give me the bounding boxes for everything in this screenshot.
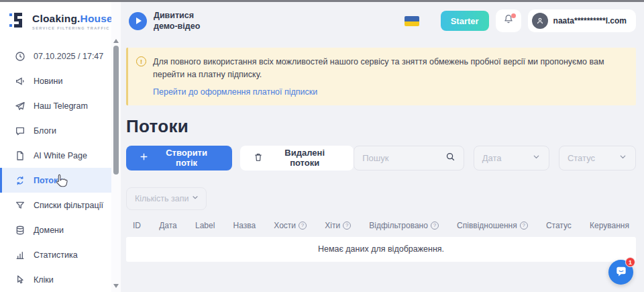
column-header-date: Дата	[159, 221, 177, 230]
status-filter-label: Статус	[568, 153, 595, 163]
subscribe-link[interactable]: Перейти до оформлення платної підписки	[153, 87, 317, 97]
database-icon	[14, 224, 25, 236]
flag-yellow-stripe	[405, 21, 419, 26]
brand-name-primary: Cloaking.	[32, 13, 80, 24]
sidebar-item-label: Статистика	[34, 250, 78, 260]
create-flow-button[interactable]: Створити потік	[126, 146, 232, 171]
per-page-select[interactable]: Кількість запи	[126, 187, 207, 210]
help-icon[interactable]: ?	[431, 222, 439, 230]
column-label: Хости	[274, 221, 296, 230]
plan-badge[interactable]: Starter	[441, 11, 489, 31]
scroll-up-arrow-icon[interactable]	[113, 39, 119, 43]
sidebar-item-statistics[interactable]: Статистика	[0, 242, 111, 267]
flag-blue-stripe	[405, 16, 419, 21]
date-filter-label: Дата	[482, 153, 502, 163]
header-right-group: Starter naata**********l.com	[405, 9, 636, 32]
page-title: Потоки	[126, 116, 644, 137]
play-icon	[136, 17, 142, 24]
bar-chart-icon	[14, 249, 25, 260]
sidebar-item-label: Кліки	[34, 275, 54, 285]
search-input[interactable]	[362, 153, 436, 163]
deleted-flows-label: Видалені потоки	[269, 148, 340, 168]
sidebar: Cloaking.House SERVICE FILTERING TRAFFIC…	[0, 2, 111, 292]
avatar	[532, 13, 548, 29]
column-label: Назва	[233, 221, 256, 230]
plus-icon	[140, 152, 148, 163]
sidebar-item-label: Списки фільтрації	[34, 201, 103, 210]
help-icon[interactable]: ?	[343, 222, 351, 230]
help-icon[interactable]: ?	[520, 222, 528, 230]
user-account-button[interactable]: naata**********l.com	[528, 9, 636, 32]
cursor-icon	[14, 274, 25, 285]
sidebar-scrollbar[interactable]	[111, 2, 121, 292]
table-header-row: ID Дата Label Назва Хости? Хіти? Відфіль…	[126, 221, 636, 230]
chat-widget-button[interactable]: 1	[608, 260, 633, 285]
language-flag-ukraine[interactable]	[405, 16, 419, 26]
sidebar-item-clicks[interactable]: Кліки	[0, 267, 111, 292]
main-content: Дивитися демо-відео Starter naata*******…	[121, 2, 644, 292]
column-label: Відфільтровано	[369, 221, 428, 230]
sidebar-item-datetime: 07.10.2025 / 17:47	[0, 44, 111, 68]
sidebar-item-flows[interactable]: Потоки	[0, 168, 111, 193]
column-header-status: Статус	[546, 221, 572, 230]
sidebar-item-label: Потоки	[34, 176, 63, 185]
trial-warning-banner: ! Для повного використання всіх можливос…	[126, 48, 636, 105]
sidebar-item-domains[interactable]: Домени	[0, 217, 111, 242]
column-header-hits: Хіти?	[325, 221, 351, 230]
column-label: Керування	[590, 221, 629, 230]
column-label: Статус	[546, 221, 572, 230]
notifications-button[interactable]	[496, 9, 521, 32]
sidebar-item-ai-white-page[interactable]: AI White Page	[0, 143, 111, 168]
search-icon[interactable]	[445, 152, 455, 164]
table-empty-state: Немає даних для відображення.	[126, 237, 636, 262]
scroll-down-arrow-icon[interactable]	[113, 284, 119, 288]
help-icon[interactable]: ?	[299, 222, 307, 230]
column-label: Label	[195, 221, 215, 230]
brand-name-secondary: House	[80, 13, 113, 24]
per-page-label: Кількість запи	[135, 194, 189, 203]
search-box[interactable]	[354, 146, 464, 171]
megaphone-icon	[14, 75, 25, 87]
sync-icon	[14, 175, 25, 186]
chat-icon	[614, 264, 628, 281]
sidebar-item-label: Наш Telegram	[34, 101, 88, 111]
sidebar-item-blogs[interactable]: Блоги	[0, 118, 111, 143]
column-header-ratio: Співвідношення?	[457, 221, 528, 230]
sidebar-item-news[interactable]: Новини	[0, 68, 111, 93]
scrollbar-thumb[interactable]	[113, 46, 119, 175]
toolbar: Створити потік Видалені потоки Дата Стат…	[126, 146, 636, 171]
paper-plane-icon	[14, 100, 25, 111]
sidebar-item-filter-lists[interactable]: Списки фільтрації	[0, 193, 111, 217]
sidebar-item-telegram[interactable]: Наш Telegram	[0, 93, 111, 118]
play-demo-button[interactable]	[129, 12, 147, 30]
column-header-id: ID	[133, 221, 141, 230]
document-icon	[14, 150, 25, 161]
brand-tagline: SERVICE FILTERING TRAFFIC	[32, 26, 113, 30]
sidebar-item-label: Домени	[34, 226, 64, 235]
status-filter-select[interactable]: Статус	[559, 146, 636, 171]
column-label: Співвідношення	[457, 221, 517, 230]
clock-icon	[14, 50, 25, 62]
column-header-hosts: Хости?	[274, 221, 307, 230]
sidebar-item-label: 07.10.2025 / 17:47	[34, 52, 103, 61]
sidebar-nav: 07.10.2025 / 17:47 Новини Наш Telegram Б…	[0, 44, 111, 292]
deleted-flows-button[interactable]: Видалені потоки	[240, 146, 354, 171]
column-header-name: Назва	[233, 221, 256, 230]
chevron-down-icon	[532, 152, 541, 163]
banner-body: Для повного використання всіх можливосте…	[153, 56, 623, 97]
trash-icon	[254, 152, 263, 164]
window-top-border	[0, 0, 644, 2]
date-filter-select[interactable]: Дата	[474, 146, 549, 171]
brand-logo[interactable]: Cloaking.House SERVICE FILTERING TRAFFIC	[0, 2, 111, 40]
top-header: Дивитися демо-відео Starter naata*******…	[121, 2, 644, 40]
column-header-label: Label	[195, 221, 215, 230]
column-label: Хіти	[325, 221, 340, 230]
create-flow-label: Створити потік	[154, 148, 219, 168]
chevron-down-icon	[619, 152, 627, 163]
sidebar-item-label: AI White Page	[34, 151, 87, 160]
chat-unread-badge: 1	[625, 257, 635, 267]
sidebar-item-label: Блоги	[34, 126, 56, 136]
chevron-down-icon	[191, 193, 199, 203]
demo-video-label[interactable]: Дивитися демо-відео	[154, 10, 215, 32]
warning-icon: !	[136, 56, 146, 66]
